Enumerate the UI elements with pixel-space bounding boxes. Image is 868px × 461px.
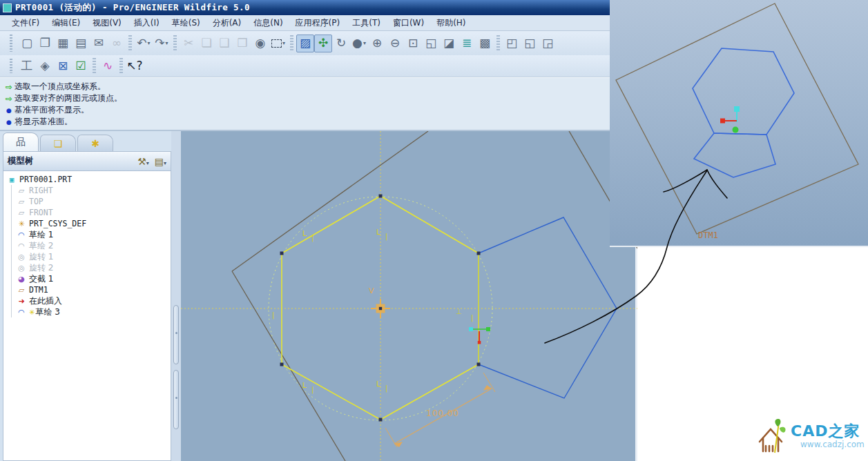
no-hidden-style-button[interactable]: ◲	[539, 35, 557, 52]
datum-display-icon: ✣	[318, 37, 328, 49]
window-title: PRT0001 (活动的) - Pro/ENGINEER Wildfire 5.…	[15, 2, 250, 14]
section-dim-button[interactable]: 工	[18, 57, 36, 75]
zoom-out-button[interactable]: ⊖	[386, 35, 404, 52]
dropdown-arrow-icon[interactable]: ▾	[166, 40, 168, 46]
menu-item[interactable]: 视图(V)	[88, 16, 126, 30]
datum-display-button[interactable]: ✣	[314, 35, 332, 52]
svg-text:|: |	[311, 386, 314, 394]
tree-item-PRT0001.PRT[interactable]: ▣PRT0001.PRT	[3, 174, 171, 185]
menu-item[interactable]: 插入(I)	[129, 16, 164, 30]
tree-item-FRONT[interactable]: ▱FRONT	[3, 207, 171, 218]
tree-item-RIGHT[interactable]: ▱RIGHT	[3, 185, 171, 196]
zoom-fit-button[interactable]: ⊡	[404, 35, 422, 52]
undo-button[interactable]: ↶▾	[135, 35, 153, 52]
tree-item-旋转-1[interactable]: ◎旋转 1	[3, 251, 171, 262]
plot-button[interactable]: ✉	[90, 35, 108, 52]
redo-button[interactable]: ↷▾	[153, 35, 171, 52]
saved-views-button[interactable]: ◪	[440, 35, 458, 52]
graphics-canvas[interactable]: V L| L| L| L| ⊥ | |	[181, 131, 637, 461]
tree-item-草绘-2[interactable]: ◠草绘 2	[3, 240, 171, 251]
reference-button[interactable]: ◈	[36, 57, 54, 75]
menu-item[interactable]: 信息(N)	[249, 16, 287, 30]
toolbar-separator	[93, 58, 96, 75]
dropdown-arrow-icon[interactable]: ▾	[148, 40, 151, 46]
toolbar-main: ▢❐▦▤✉∞↶▾↷▾✂❏❑❒◉▾▨✣↻●▾⊕⊖⊡◱◪≣▩◰◱◲	[0, 31, 637, 55]
menu-item[interactable]: 帮助(H)	[432, 16, 470, 30]
tree-item-旋转-2[interactable]: ◎旋转 2	[3, 262, 171, 273]
inset-hexagon	[693, 48, 794, 135]
menu-item[interactable]: 草绘(S)	[167, 16, 205, 30]
wireframe-style-button[interactable]: ◰	[503, 35, 521, 52]
new-file-button[interactable]: ▢	[18, 35, 36, 52]
tree-item-草绘-3[interactable]: ◠✳草绘 3	[3, 306, 171, 317]
reorient-button[interactable]: ◱	[422, 35, 440, 52]
pentagon-section[interactable]	[479, 217, 617, 398]
save-file-button[interactable]: ▦	[54, 35, 72, 52]
dropdown-arrow-icon[interactable]: ▾	[282, 40, 285, 46]
spline-sketch-button[interactable]: ∿	[99, 57, 117, 75]
message-line: ●将显示基准面。	[3, 116, 637, 128]
link-button[interactable]: ∞	[108, 35, 126, 52]
hidden-line-style-button[interactable]: ◱	[521, 35, 539, 52]
print-icon: ▤	[75, 37, 86, 49]
favorites-tab[interactable]: ✱	[77, 135, 113, 151]
spin-center-button[interactable]: ↻	[332, 35, 350, 52]
accept-datum-button[interactable]: ☑	[72, 57, 90, 75]
prompt-arrow-icon: ⇨	[3, 94, 15, 104]
tree-item-草绘-1[interactable]: ◠草绘 1	[3, 229, 171, 240]
title-bar[interactable]: PRT0001 (活动的) - Pro/ENGINEER Wildfire 5.…	[0, 0, 637, 15]
select-box-button[interactable]: ▾	[269, 35, 287, 52]
paste-button[interactable]: ❑	[215, 35, 233, 52]
hide-datum-button[interactable]: ⊠	[54, 57, 72, 75]
sketch-display-icon: ▨	[300, 37, 311, 49]
menu-item[interactable]: 工具(T)	[347, 16, 385, 30]
splitter-handle-bottom[interactable]	[173, 370, 179, 429]
menu-item[interactable]: 窗口(W)	[388, 16, 429, 30]
splitter-handle-top[interactable]	[173, 305, 179, 364]
menu-item[interactable]: 分析(A)	[208, 16, 247, 30]
shading-button[interactable]: ●▾	[350, 35, 368, 52]
tree-item-icon: ▱	[16, 208, 27, 217]
tree-item-TOP[interactable]: ▱TOP	[3, 196, 171, 207]
print-button[interactable]: ▤	[72, 35, 90, 52]
dimension-text[interactable]: 100.00	[426, 409, 459, 418]
dropdown-arrow-icon[interactable]: ▾	[363, 40, 366, 46]
copy-icon: ❏	[201, 37, 211, 49]
svg-text:L: L	[302, 382, 307, 389]
model-tree-tab[interactable]: 品	[3, 133, 39, 151]
open-file-button[interactable]: ❐	[36, 35, 54, 52]
menu-item[interactable]: 编辑(E)	[47, 16, 85, 30]
find-button[interactable]: ◉	[251, 35, 269, 52]
saved-views-icon: ◪	[443, 37, 454, 49]
tree-item-PRT_CSYS_DEF[interactable]: ✳PRT_CSYS_DEF	[3, 218, 171, 229]
prompt-arrow-icon: ⇨	[3, 82, 15, 92]
help-select-button[interactable]: ↖?	[126, 57, 144, 75]
tree-item-icon: ◎	[16, 264, 27, 273]
svg-text:|: |	[272, 311, 274, 320]
inset-view: DTM1	[610, 0, 868, 247]
tree-item-在此插入[interactable]: ➜在此插入	[3, 295, 171, 306]
menu-item[interactable]: 文件(F)	[7, 16, 44, 30]
tree-item-交截-1[interactable]: ◕交截 1	[3, 273, 171, 284]
folder-browser-tab[interactable]: ❏	[40, 135, 76, 151]
navigator-splitter[interactable]	[171, 131, 181, 461]
copy-button[interactable]: ❏	[197, 35, 215, 52]
view-manager-button[interactable]: ▩	[476, 35, 494, 52]
cut-button[interactable]: ✂	[180, 35, 197, 52]
tree-item-label: 草绘 1	[29, 229, 53, 241]
menu-item[interactable]: 应用程序(P)	[291, 16, 345, 30]
sketch-display-button[interactable]: ▨	[296, 35, 314, 52]
v-axis-label: V	[369, 286, 374, 295]
layers-button[interactable]: ≣	[458, 35, 476, 52]
tree-tools-button[interactable]: ⚒▾	[137, 156, 149, 167]
section-dim-icon: 工	[21, 60, 33, 72]
zoom-in-button[interactable]: ⊕	[368, 35, 386, 52]
help-select-icon: ↖?	[126, 60, 142, 72]
tree-item-label: PRT0001.PRT	[19, 175, 72, 184]
sketch-view: V L| L| L| L| ⊥ | |	[181, 131, 637, 461]
tree-settings-button[interactable]: ▤▾	[155, 156, 166, 167]
message-text: 选取要对齐的两图元或顶点。	[15, 92, 122, 104]
tree-item-label: 交截 1	[29, 273, 53, 285]
tree-item-DTM1[interactable]: ▱DTM1	[3, 284, 171, 295]
paste-special-button[interactable]: ❒	[233, 35, 251, 52]
